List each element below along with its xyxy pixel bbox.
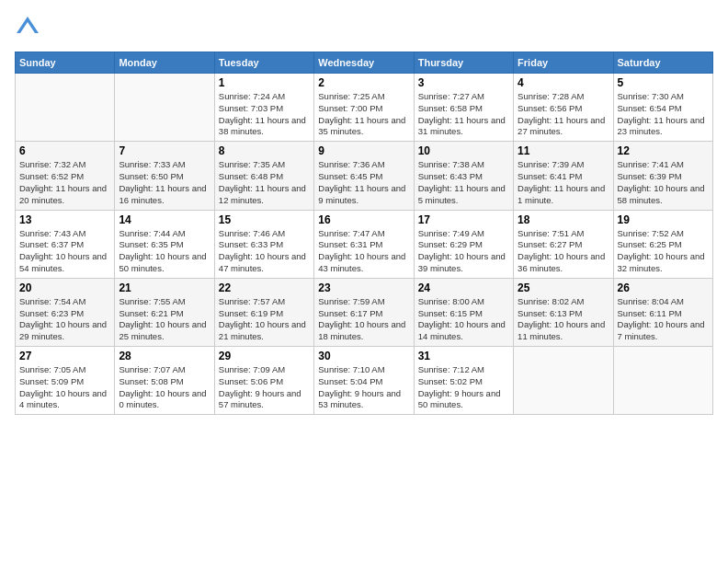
day-number: 21 (119, 282, 210, 294)
day-content: Sunrise: 8:02 AM Sunset: 6:13 PM Dayligh… (518, 296, 609, 343)
weekday-header: Thursday (414, 52, 513, 74)
weekday-header: Sunday (16, 52, 115, 74)
calendar-cell: 29Sunrise: 7:09 AM Sunset: 5:06 PM Dayli… (214, 347, 313, 415)
calendar-cell: 10Sunrise: 7:38 AM Sunset: 6:43 PM Dayli… (414, 142, 513, 210)
calendar-cell: 4Sunrise: 7:28 AM Sunset: 6:56 PM Daylig… (514, 74, 613, 142)
day-number: 19 (618, 213, 709, 226)
calendar-cell: 13Sunrise: 7:43 AM Sunset: 6:37 PM Dayli… (16, 210, 115, 278)
day-number: 10 (418, 144, 509, 157)
day-number: 5 (618, 76, 709, 89)
day-content: Sunrise: 7:43 AM Sunset: 6:37 PM Dayligh… (19, 228, 110, 275)
calendar-cell (115, 74, 214, 142)
day-content: Sunrise: 7:55 AM Sunset: 6:21 PM Dayligh… (119, 296, 210, 343)
day-number: 16 (318, 213, 409, 226)
day-number: 2 (318, 76, 409, 89)
calendar-cell: 3Sunrise: 7:27 AM Sunset: 6:58 PM Daylig… (414, 74, 513, 142)
page-header (15, 15, 713, 40)
day-number: 27 (19, 350, 110, 362)
calendar-table: SundayMondayTuesdayWednesdayThursdayFrid… (15, 52, 713, 415)
weekday-header: Monday (115, 52, 214, 74)
calendar-week-row: 13Sunrise: 7:43 AM Sunset: 6:37 PM Dayli… (16, 210, 713, 278)
calendar-cell: 28Sunrise: 7:07 AM Sunset: 5:08 PM Dayli… (115, 347, 214, 415)
day-content: Sunrise: 7:35 AM Sunset: 6:48 PM Dayligh… (219, 159, 310, 206)
calendar-cell: 8Sunrise: 7:35 AM Sunset: 6:48 PM Daylig… (214, 142, 313, 210)
calendar-cell: 5Sunrise: 7:30 AM Sunset: 6:54 PM Daylig… (613, 74, 712, 142)
calendar-cell: 17Sunrise: 7:49 AM Sunset: 6:29 PM Dayli… (414, 210, 513, 278)
calendar-cell: 26Sunrise: 8:04 AM Sunset: 6:11 PM Dayli… (613, 278, 712, 346)
day-content: Sunrise: 7:10 AM Sunset: 5:04 PM Dayligh… (318, 364, 409, 411)
day-content: Sunrise: 7:33 AM Sunset: 6:50 PM Dayligh… (119, 159, 210, 206)
weekday-header: Friday (514, 52, 613, 74)
calendar-cell (613, 347, 712, 415)
calendar-cell: 9Sunrise: 7:36 AM Sunset: 6:45 PM Daylig… (314, 142, 414, 210)
weekday-header-row: SundayMondayTuesdayWednesdayThursdayFrid… (16, 52, 713, 74)
day-content: Sunrise: 7:12 AM Sunset: 5:02 PM Dayligh… (418, 364, 509, 411)
calendar-cell: 22Sunrise: 7:57 AM Sunset: 6:19 PM Dayli… (214, 278, 313, 346)
calendar-week-row: 20Sunrise: 7:54 AM Sunset: 6:23 PM Dayli… (16, 278, 713, 346)
day-content: Sunrise: 7:54 AM Sunset: 6:23 PM Dayligh… (19, 296, 110, 343)
day-content: Sunrise: 7:36 AM Sunset: 6:45 PM Dayligh… (318, 159, 409, 206)
calendar-cell: 6Sunrise: 7:32 AM Sunset: 6:52 PM Daylig… (16, 142, 115, 210)
day-number: 22 (219, 282, 310, 294)
day-content: Sunrise: 7:38 AM Sunset: 6:43 PM Dayligh… (418, 159, 509, 206)
weekday-header: Tuesday (214, 52, 313, 74)
day-number: 8 (219, 144, 310, 157)
day-number: 25 (518, 282, 609, 294)
calendar-cell: 12Sunrise: 7:41 AM Sunset: 6:39 PM Dayli… (613, 142, 712, 210)
calendar-cell (514, 347, 613, 415)
calendar-cell: 25Sunrise: 8:02 AM Sunset: 6:13 PM Dayli… (514, 278, 613, 346)
day-number: 14 (119, 213, 210, 226)
day-content: Sunrise: 7:44 AM Sunset: 6:35 PM Dayligh… (119, 228, 210, 275)
day-number: 7 (119, 144, 210, 157)
calendar-cell: 31Sunrise: 7:12 AM Sunset: 5:02 PM Dayli… (414, 347, 513, 415)
calendar-cell: 21Sunrise: 7:55 AM Sunset: 6:21 PM Dayli… (115, 278, 214, 346)
day-content: Sunrise: 7:07 AM Sunset: 5:08 PM Dayligh… (119, 364, 210, 411)
day-number: 1 (219, 76, 310, 89)
day-content: Sunrise: 7:32 AM Sunset: 6:52 PM Dayligh… (19, 159, 110, 206)
calendar-cell: 2Sunrise: 7:25 AM Sunset: 7:00 PM Daylig… (314, 74, 414, 142)
calendar-cell: 7Sunrise: 7:33 AM Sunset: 6:50 PM Daylig… (115, 142, 214, 210)
day-content: Sunrise: 7:27 AM Sunset: 6:58 PM Dayligh… (418, 91, 509, 138)
day-content: Sunrise: 7:47 AM Sunset: 6:31 PM Dayligh… (318, 228, 409, 275)
day-content: Sunrise: 7:24 AM Sunset: 7:03 PM Dayligh… (219, 91, 310, 138)
weekday-header: Saturday (613, 52, 712, 74)
day-content: Sunrise: 7:46 AM Sunset: 6:33 PM Dayligh… (219, 228, 310, 275)
calendar-cell: 23Sunrise: 7:59 AM Sunset: 6:17 PM Dayli… (314, 278, 414, 346)
day-content: Sunrise: 7:57 AM Sunset: 6:19 PM Dayligh… (219, 296, 310, 343)
calendar-week-row: 1Sunrise: 7:24 AM Sunset: 7:03 PM Daylig… (16, 74, 713, 142)
weekday-header: Wednesday (314, 52, 414, 74)
day-number: 15 (219, 213, 310, 226)
day-content: Sunrise: 7:41 AM Sunset: 6:39 PM Dayligh… (618, 159, 709, 206)
calendar-cell: 11Sunrise: 7:39 AM Sunset: 6:41 PM Dayli… (514, 142, 613, 210)
day-number: 3 (418, 76, 509, 89)
calendar-cell: 14Sunrise: 7:44 AM Sunset: 6:35 PM Dayli… (115, 210, 214, 278)
logo (15, 15, 44, 40)
day-content: Sunrise: 7:25 AM Sunset: 7:00 PM Dayligh… (318, 91, 409, 138)
day-content: Sunrise: 7:51 AM Sunset: 6:27 PM Dayligh… (518, 228, 609, 275)
day-number: 13 (19, 213, 110, 226)
calendar-week-row: 6Sunrise: 7:32 AM Sunset: 6:52 PM Daylig… (16, 142, 713, 210)
day-content: Sunrise: 7:59 AM Sunset: 6:17 PM Dayligh… (318, 296, 409, 343)
day-content: Sunrise: 7:09 AM Sunset: 5:06 PM Dayligh… (219, 364, 310, 411)
day-number: 31 (418, 350, 509, 362)
day-number: 20 (19, 282, 110, 294)
calendar-cell: 15Sunrise: 7:46 AM Sunset: 6:33 PM Dayli… (214, 210, 313, 278)
day-number: 9 (318, 144, 409, 157)
calendar-cell: 24Sunrise: 8:00 AM Sunset: 6:15 PM Dayli… (414, 278, 513, 346)
day-number: 28 (119, 350, 210, 362)
day-number: 29 (219, 350, 310, 362)
day-number: 11 (518, 144, 609, 157)
day-number: 12 (618, 144, 709, 157)
day-content: Sunrise: 7:49 AM Sunset: 6:29 PM Dayligh… (418, 228, 509, 275)
day-content: Sunrise: 7:52 AM Sunset: 6:25 PM Dayligh… (618, 228, 709, 275)
day-number: 24 (418, 282, 509, 294)
calendar-cell: 30Sunrise: 7:10 AM Sunset: 5:04 PM Dayli… (314, 347, 414, 415)
day-number: 18 (518, 213, 609, 226)
calendar-cell: 1Sunrise: 7:24 AM Sunset: 7:03 PM Daylig… (214, 74, 313, 142)
calendar-cell: 18Sunrise: 7:51 AM Sunset: 6:27 PM Dayli… (514, 210, 613, 278)
calendar-cell (16, 74, 115, 142)
day-number: 23 (318, 282, 409, 294)
calendar-cell: 20Sunrise: 7:54 AM Sunset: 6:23 PM Dayli… (16, 278, 115, 346)
day-content: Sunrise: 7:05 AM Sunset: 5:09 PM Dayligh… (19, 364, 110, 411)
day-content: Sunrise: 8:00 AM Sunset: 6:15 PM Dayligh… (418, 296, 509, 343)
